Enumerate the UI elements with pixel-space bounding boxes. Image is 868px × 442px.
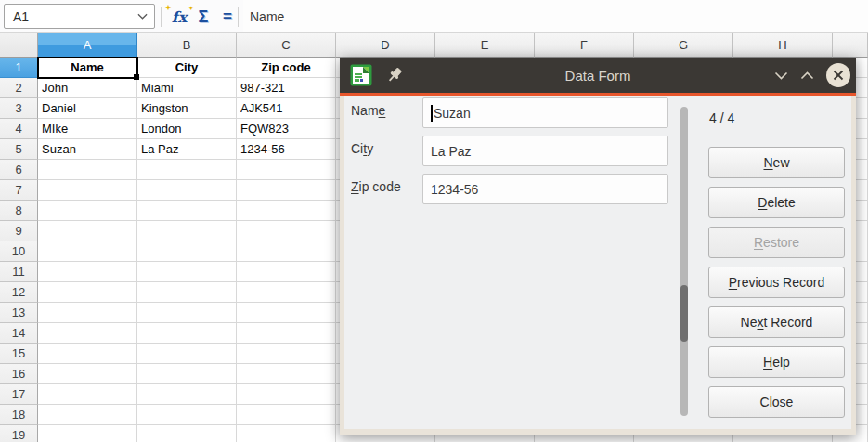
cell-B15[interactable] (137, 344, 237, 364)
cell-C10[interactable] (237, 241, 336, 262)
row-header-10[interactable]: 10 (0, 241, 38, 262)
cell-C12[interactable] (237, 282, 336, 303)
row-header-7[interactable]: 7 (0, 180, 38, 201)
cell-B1[interactable]: City (137, 58, 237, 78)
cell-A17[interactable] (38, 384, 137, 405)
cell-A6[interactable] (38, 160, 137, 180)
cell-A10[interactable] (38, 241, 137, 262)
cell-C3[interactable]: AJK541 (237, 98, 336, 119)
fill-handle[interactable] (134, 74, 139, 80)
row-header-1[interactable]: 1 (0, 58, 38, 78)
formula-input-line[interactable]: Name (243, 0, 868, 32)
cell-A15[interactable] (38, 344, 137, 364)
cell-A1[interactable]: Name (38, 58, 137, 78)
column-header-B[interactable]: B (137, 33, 237, 58)
row-header-14[interactable]: 14 (0, 323, 38, 344)
cell-C11[interactable] (237, 262, 336, 282)
cell-C17[interactable] (237, 384, 336, 405)
cell-B19[interactable] (137, 425, 237, 442)
column-header-E[interactable]: E (435, 33, 535, 58)
cell-C13[interactable] (237, 303, 336, 323)
cell-B12[interactable] (137, 282, 237, 303)
cell-C1[interactable]: Zip code (237, 58, 336, 78)
cell-B18[interactable] (137, 405, 237, 425)
cell-A5[interactable]: Suzan (38, 139, 137, 160)
select-all-corner[interactable] (0, 33, 38, 58)
name-box[interactable]: A1 (4, 4, 155, 29)
cell-C8[interactable] (237, 201, 336, 221)
cell-B17[interactable] (137, 384, 237, 405)
cell-A3[interactable]: Daniel (38, 98, 137, 119)
column-header-partial[interactable] (833, 33, 868, 58)
cell-B14[interactable] (137, 323, 237, 344)
cell-C19[interactable] (237, 425, 336, 442)
next-record-button[interactable]: Next Record (708, 306, 845, 338)
equals-icon[interactable]: = (215, 0, 240, 33)
cell-C15[interactable] (237, 344, 336, 364)
cell-A16[interactable] (38, 364, 137, 384)
row-header-12[interactable]: 12 (0, 282, 38, 303)
cell-C18[interactable] (237, 405, 336, 425)
cell-A12[interactable] (38, 282, 137, 303)
cell-B6[interactable] (137, 160, 237, 180)
cell-A2[interactable]: John (38, 78, 137, 98)
cell-A14[interactable] (38, 323, 137, 344)
cell-B4[interactable]: London (137, 119, 237, 139)
cell-B5[interactable]: La Paz (137, 139, 237, 160)
row-header-18[interactable]: 18 (0, 405, 38, 425)
cell-B10[interactable] (137, 241, 237, 262)
row-header-9[interactable]: 9 (0, 221, 38, 241)
cell-A7[interactable] (38, 180, 137, 201)
cell-B11[interactable] (137, 262, 237, 282)
column-header-C[interactable]: C (237, 33, 336, 58)
row-header-2[interactable]: 2 (0, 78, 38, 98)
chevron-down-icon[interactable] (137, 13, 148, 20)
row-header-8[interactable]: 8 (0, 201, 38, 221)
row-header-17[interactable]: 17 (0, 384, 38, 405)
cell-C16[interactable] (237, 364, 336, 384)
row-header-13[interactable]: 13 (0, 303, 38, 323)
row-header-11[interactable]: 11 (0, 262, 38, 282)
help-button[interactable]: Help (708, 346, 845, 378)
cell-B9[interactable] (137, 221, 237, 241)
cell-A13[interactable] (38, 303, 137, 323)
cell-C7[interactable] (237, 180, 336, 201)
previous-record-button[interactable]: Previous Record (708, 266, 845, 298)
cell-C14[interactable] (237, 323, 336, 344)
column-header-D[interactable]: D (336, 33, 435, 58)
row-header-19[interactable]: 19 (0, 425, 38, 442)
row-header-4[interactable]: 4 (0, 119, 38, 139)
cell-B8[interactable] (137, 201, 237, 221)
cell-C5[interactable]: 1234-56 (237, 139, 336, 160)
row-header-5[interactable]: 5 (0, 139, 38, 160)
row-header-15[interactable]: 15 (0, 344, 38, 364)
column-header-A[interactable]: A (38, 33, 137, 58)
separator (161, 6, 162, 27)
cell-A4[interactable]: MIke (38, 119, 137, 139)
cell-A11[interactable] (38, 262, 137, 282)
column-header-H[interactable]: H (733, 33, 833, 58)
cell-A19[interactable] (38, 425, 137, 442)
cell-A8[interactable] (38, 201, 137, 221)
cell-A9[interactable] (38, 221, 137, 241)
function-wizard-icon[interactable]: fx (167, 0, 191, 33)
row-header-16[interactable]: 16 (0, 364, 38, 384)
cell-B7[interactable] (137, 180, 237, 201)
cell-B16[interactable] (137, 364, 237, 384)
cell-C9[interactable] (237, 221, 336, 241)
cell-B13[interactable] (137, 303, 237, 323)
new-button[interactable]: New (708, 147, 845, 178)
cell-B3[interactable]: Kingston (137, 98, 237, 119)
close-button[interactable]: Close (708, 386, 845, 418)
cell-C6[interactable] (237, 160, 336, 180)
column-header-F[interactable]: F (535, 33, 634, 58)
cell-B2[interactable]: Miami (137, 78, 237, 98)
cell-C2[interactable]: 987-321 (237, 78, 336, 98)
cell-C4[interactable]: FQW823 (237, 119, 336, 139)
delete-button[interactable]: Delete (708, 187, 845, 218)
cell-A18[interactable] (38, 405, 137, 425)
sum-icon[interactable]: Σ (191, 0, 215, 33)
row-header-6[interactable]: 6 (0, 160, 38, 180)
row-header-3[interactable]: 3 (0, 98, 38, 119)
column-header-G[interactable]: G (634, 33, 733, 58)
